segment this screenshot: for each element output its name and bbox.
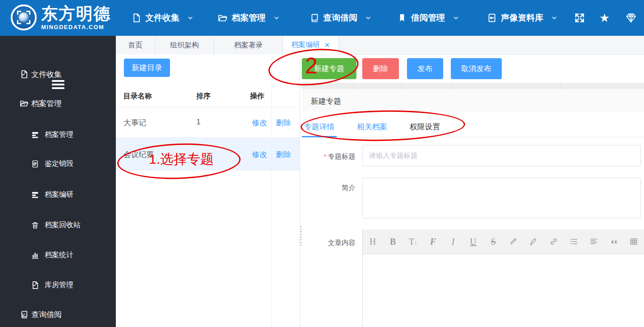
publish-button[interactable]: 发布 bbox=[407, 58, 443, 79]
editor-content-area[interactable] bbox=[362, 254, 644, 327]
sidebar-item-label: 查询借阅 bbox=[31, 310, 62, 320]
page-tab-3[interactable]: 档案著录 bbox=[214, 36, 283, 55]
top-nav-label: 文件收集 bbox=[145, 12, 179, 24]
tab-permission-settings[interactable]: 权限设置 bbox=[410, 112, 440, 137]
top-navbar: 东方明德 MINGDEDATA.COM 文件收集档案管理查询借阅借阅管理声像资料… bbox=[0, 0, 644, 36]
link-icon[interactable] bbox=[543, 229, 564, 254]
sidebar-item-1[interactable]: 文件收集 bbox=[0, 64, 116, 85]
top-action-star-icon[interactable]: ★ bbox=[599, 0, 610, 36]
stack-icon bbox=[31, 131, 39, 139]
underline-icon[interactable]: U bbox=[463, 229, 483, 254]
tab-topic-details[interactable]: 专题详情 bbox=[304, 112, 335, 137]
sidebar-item-label: 档案统计 bbox=[45, 251, 73, 260]
close-icon[interactable]: ✕ bbox=[324, 42, 330, 48]
quote-icon[interactable] bbox=[604, 229, 624, 254]
file-icon bbox=[131, 13, 141, 23]
sidebar-item-label: 文件收集 bbox=[31, 69, 62, 80]
table-icon[interactable] bbox=[624, 229, 644, 254]
top-nav-5[interactable]: 声像资料库 bbox=[487, 0, 558, 36]
chevron-down-icon bbox=[273, 15, 280, 21]
top-action-gem-icon[interactable] bbox=[625, 0, 637, 36]
sidebar-item-label: 鉴定销毁 bbox=[45, 159, 73, 169]
heading-icon[interactable]: H bbox=[363, 229, 383, 254]
top-action-fullscreen-icon[interactable] bbox=[574, 0, 585, 36]
catalog-row[interactable]: 大事记1修改删除 bbox=[116, 107, 300, 138]
col-header-actions: 操作 bbox=[250, 92, 264, 101]
chevron-down-icon bbox=[20, 71, 26, 78]
delete-topic-button[interactable]: 删除 bbox=[362, 58, 399, 79]
sidebar-item-label: 档案回收站 bbox=[45, 221, 80, 230]
intro-label: 简介 bbox=[320, 183, 356, 193]
top-nav-label: 档案管理 bbox=[232, 12, 266, 24]
col-header-name: 目录名称 bbox=[123, 92, 152, 101]
book-icon bbox=[309, 13, 319, 23]
logo-title: 东方明德 bbox=[41, 5, 111, 22]
delete-link[interactable]: 删除 bbox=[276, 149, 291, 160]
sidebar-item-4[interactable]: 鉴定销毁 bbox=[0, 153, 116, 174]
tab-related-archives[interactable]: 相关档案 bbox=[357, 112, 387, 137]
top-nav-1[interactable]: 文件收集 bbox=[131, 0, 194, 36]
brush-icon[interactable] bbox=[523, 229, 543, 254]
chevron-down-icon bbox=[31, 282, 38, 289]
page-tab-label: 组织架构 bbox=[170, 41, 199, 50]
intro-textarea[interactable] bbox=[362, 178, 641, 218]
logo: 东方明德 MINGDEDATA.COM bbox=[11, 4, 111, 30]
gem-icon bbox=[625, 12, 637, 24]
edit-link[interactable]: 修改 bbox=[252, 118, 267, 128]
delete-link[interactable]: 删除 bbox=[276, 118, 291, 128]
edit-link[interactable]: 修改 bbox=[252, 149, 267, 160]
new-catalog-button[interactable]: 新建目录 bbox=[124, 59, 170, 77]
page-tab-2[interactable]: 组织架构 bbox=[155, 36, 214, 55]
font-size-icon[interactable]: T↕ bbox=[403, 229, 423, 254]
align-icon[interactable] bbox=[584, 229, 604, 254]
catalog-table-header: 目录名称 排序 操作 bbox=[116, 85, 300, 107]
sidebar-item-7[interactable]: 档案统计 bbox=[0, 244, 116, 266]
pen-icon[interactable] bbox=[503, 229, 523, 254]
top-nav-2[interactable]: 档案管理 bbox=[218, 0, 280, 36]
chevron-down-icon bbox=[453, 15, 459, 21]
table-icon bbox=[629, 237, 638, 246]
unpublish-button[interactable]: 取消发布 bbox=[451, 58, 502, 79]
chevron-down-icon bbox=[365, 15, 372, 21]
sidebar-item-3[interactable]: 档案管理 bbox=[0, 124, 116, 145]
sidebar-item-label: 档案管理 bbox=[45, 130, 73, 140]
page-tab-1[interactable]: 首页 bbox=[116, 36, 155, 55]
sidebar-item-2[interactable]: 档案管理 bbox=[0, 93, 116, 114]
col-header-sort: 排序 bbox=[196, 92, 211, 101]
font-family-icon[interactable]: F bbox=[423, 229, 443, 254]
section-header: 新建专题 bbox=[302, 89, 644, 112]
list-icon[interactable] bbox=[564, 229, 584, 254]
sidebar-item-label: 档案管理 bbox=[31, 98, 62, 109]
quote-icon bbox=[610, 237, 619, 246]
fixed-column-divider bbox=[271, 55, 272, 327]
top-nav-3[interactable]: 查询借阅 bbox=[309, 0, 372, 36]
catalog-row[interactable]: 会议纪要修改删除 bbox=[116, 138, 300, 170]
sidebar: 文件收集档案管理档案管理鉴定销毁档案编研档案回收站档案统计库房管理查询借阅 bbox=[0, 36, 116, 327]
chevron-down-icon bbox=[187, 15, 194, 21]
top-nav-label: 借阅管理 bbox=[411, 12, 445, 24]
required-mark: * bbox=[324, 153, 326, 160]
logo-emblem-icon bbox=[11, 4, 37, 30]
chevron-up-icon bbox=[20, 100, 26, 107]
italic-icon[interactable]: I bbox=[443, 229, 463, 254]
sidebar-item-8[interactable]: 库房管理 bbox=[0, 274, 116, 296]
trash-icon bbox=[31, 221, 39, 229]
media-file-icon bbox=[487, 13, 497, 23]
page-tab-label: 首页 bbox=[128, 41, 143, 50]
sidebar-item-6[interactable]: 档案回收站 bbox=[0, 214, 116, 236]
topic-panel: 新建专题删除发布取消发布 新建专题 专题详情相关档案权限设置 *专题标题 简介 … bbox=[302, 55, 644, 327]
new-topic-button[interactable]: 新建专题 bbox=[302, 58, 356, 79]
brush-icon bbox=[529, 237, 538, 246]
topic-title-input[interactable] bbox=[362, 145, 641, 166]
star-icon: ★ bbox=[599, 12, 610, 24]
bold-icon[interactable]: B bbox=[383, 229, 403, 254]
top-nav-4[interactable]: 借阅管理 bbox=[397, 0, 459, 36]
strikethrough-icon[interactable]: S bbox=[483, 229, 504, 254]
sidebar-item-label: 库房管理 bbox=[45, 280, 73, 290]
sidebar-item-5[interactable]: 档案编研 bbox=[0, 184, 116, 205]
sidebar-item-9[interactable]: 查询借阅 bbox=[0, 304, 116, 325]
app-window: 东方明德 MINGDEDATA.COM 文件收集档案管理查询借阅借阅管理声像资料… bbox=[0, 0, 644, 327]
page-tab-4[interactable]: 档案编研✕ bbox=[283, 36, 339, 55]
list-icon bbox=[569, 237, 578, 246]
link-icon bbox=[549, 237, 558, 246]
